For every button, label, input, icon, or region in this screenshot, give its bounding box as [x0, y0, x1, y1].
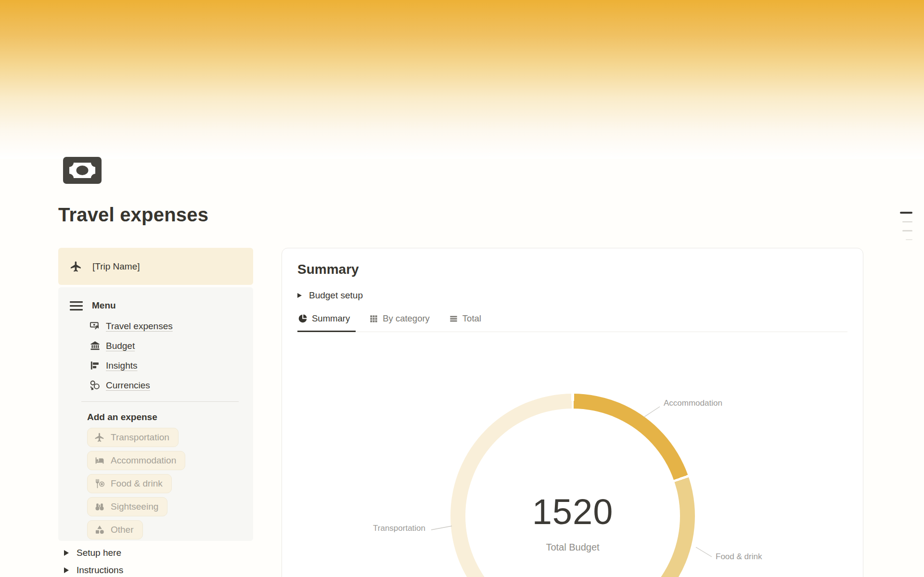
- dining-icon: [94, 478, 105, 489]
- airplane-icon: [70, 260, 82, 273]
- tab-label: Summary: [312, 313, 350, 324]
- toggle-triangle-icon: [297, 293, 302, 298]
- grid-icon: [369, 314, 378, 323]
- add-other-button[interactable]: Other: [87, 520, 143, 539]
- chart-label-accommodation: Accommodation: [664, 398, 722, 408]
- menu-links: Travel expenses Budget Insights: [90, 316, 242, 395]
- budget-setup-toggle[interactable]: Budget setup: [297, 290, 847, 301]
- divider: [81, 401, 239, 402]
- menu-link-currencies[interactable]: Currencies: [90, 375, 242, 395]
- trip-name-callout[interactable]: [Trip Name]: [58, 248, 253, 285]
- hamburger-icon: [70, 301, 83, 311]
- banknote-link-icon: [90, 321, 101, 332]
- toggle-label: Setup here: [77, 548, 121, 558]
- airplane-icon: [94, 432, 105, 443]
- expense-button-label: Transportation: [111, 432, 169, 443]
- toggle-label: Instructions: [77, 565, 123, 576]
- instructions-toggle[interactable]: Instructions: [64, 565, 123, 576]
- expense-button-label: Sightseeing: [111, 501, 158, 512]
- budget-setup-label: Budget setup: [309, 290, 363, 301]
- tab-label: Total: [462, 313, 481, 324]
- add-accommodation-button[interactable]: Accommodation: [87, 451, 185, 470]
- table-of-contents[interactable]: [899, 212, 912, 240]
- menu-link-travel-expenses[interactable]: Travel expenses: [90, 316, 242, 336]
- shapes-icon: [94, 525, 105, 535]
- add-food-drink-button[interactable]: Food & drink: [87, 474, 172, 493]
- chart-label-transportation: Transportation: [358, 524, 425, 533]
- expense-button-label: Other: [111, 525, 134, 535]
- expense-button-label: Food & drink: [111, 478, 163, 489]
- currency-exchange-icon: [90, 380, 101, 391]
- menu-link-label[interactable]: Insights: [106, 360, 137, 371]
- add-expense-title: Add an expense: [87, 412, 242, 423]
- tab-by-category[interactable]: By category: [369, 312, 436, 332]
- menu-link-budget[interactable]: Budget: [90, 336, 242, 356]
- toc-line: [900, 212, 912, 214]
- bar-chart-icon: [90, 360, 101, 371]
- chart-label-food-drink: Food & drink: [716, 552, 762, 562]
- page-title: Travel expenses: [58, 204, 208, 226]
- menu-link-label[interactable]: Budget: [106, 341, 135, 351]
- menu-link-insights[interactable]: Insights: [90, 356, 242, 375]
- toggle-triangle-icon: [64, 567, 69, 573]
- add-transportation-button[interactable]: Transportation: [87, 428, 179, 447]
- expense-buttons: Transportation Accommodation Food & drin…: [87, 428, 242, 539]
- total-budget-label: Total Budget: [546, 542, 599, 553]
- view-tabs: Summary By category Total: [297, 312, 847, 332]
- rows-icon: [449, 314, 458, 323]
- banknote-icon: [63, 157, 102, 184]
- menu-link-label[interactable]: Travel expenses: [106, 321, 173, 332]
- toc-line: [906, 239, 912, 240]
- expense-button-label: Accommodation: [111, 455, 176, 466]
- menu-link-label[interactable]: Currencies: [106, 380, 150, 391]
- page-icon-banknote[interactable]: [63, 157, 102, 184]
- tab-summary[interactable]: Summary: [297, 312, 356, 332]
- menu-callout: Menu Travel expenses Budget: [58, 287, 253, 541]
- add-sightseeing-button[interactable]: Sightseeing: [87, 497, 167, 516]
- tab-total[interactable]: Total: [449, 312, 487, 332]
- binoculars-icon: [94, 501, 105, 512]
- toggle-triangle-icon: [64, 550, 69, 556]
- menu-header: Menu: [70, 298, 242, 313]
- card-title: Summary: [297, 262, 847, 277]
- pie-chart-icon: [298, 314, 308, 323]
- toc-line: [902, 221, 912, 223]
- tab-label: By category: [383, 313, 430, 324]
- bank-icon: [90, 340, 101, 351]
- toc-line: [902, 230, 912, 231]
- trip-name-label: [Trip Name]: [92, 261, 140, 272]
- total-budget-value: 1520: [532, 491, 614, 532]
- setup-here-toggle[interactable]: Setup here: [64, 548, 121, 558]
- menu-title: Menu: [92, 300, 116, 311]
- bed-icon: [94, 455, 105, 466]
- cover-gradient: [0, 0, 924, 159]
